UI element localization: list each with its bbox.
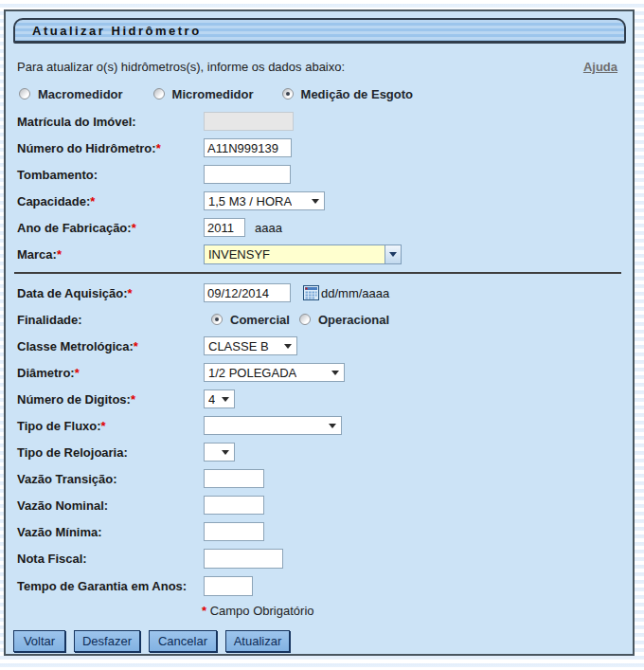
row-numero-hidrometro: Número do Hidrômetro:* xyxy=(6,135,633,161)
voltar-button[interactable]: Voltar xyxy=(13,630,65,652)
capacidade-select[interactable]: 1,5 M3 / HORA xyxy=(204,191,325,210)
required-mark: * xyxy=(132,221,136,235)
vazao-nominal-input[interactable] xyxy=(204,496,264,515)
required-mark: * xyxy=(128,286,133,300)
digitos-selected-value: 4 xyxy=(208,392,215,407)
tombamento-label: Tombamento: xyxy=(17,168,98,182)
row-classe-metrologica: Classe Metrológica:* CLASSE B xyxy=(6,333,633,359)
diametro-select[interactable]: 1/2 POLEGADA xyxy=(204,363,345,382)
row-tipo-relojoaria: Tipo de Relojoaria: xyxy=(6,439,633,465)
required-mark: * xyxy=(156,141,161,155)
page-title: Atualizar Hidrômetro xyxy=(32,24,202,38)
radio-micromedidor-label: Micromedidor xyxy=(172,87,254,101)
required-mark: * xyxy=(131,392,135,407)
chevron-down-icon xyxy=(222,450,229,455)
numero-digitos-select[interactable]: 4 xyxy=(204,389,235,408)
capacidade-selected-value: 1,5 M3 / HORA xyxy=(208,194,292,208)
cancelar-button[interactable]: Cancelar xyxy=(149,630,217,652)
tempo-garantia-input[interactable] xyxy=(204,576,253,596)
finalidade-label: Finalidade: xyxy=(17,313,82,327)
radio-macromedidor[interactable] xyxy=(19,88,30,100)
row-capacidade: Capacidade:* 1,5 M3 / HORA xyxy=(6,188,633,214)
data-format-hint: dd/mm/aaaa xyxy=(321,286,389,300)
tombamento-input[interactable] xyxy=(204,165,291,184)
required-mark: * xyxy=(90,194,95,208)
row-finalidade: Finalidade: Comercial Operacional xyxy=(6,306,633,333)
data-aquisicao-input[interactable] xyxy=(204,283,291,302)
diametro-label: Diâmetro: xyxy=(17,366,75,380)
vazao-minima-input[interactable] xyxy=(204,522,264,541)
radio-micromedidor[interactable] xyxy=(153,88,165,100)
data-aquisicao-label: Data de Aquisição: xyxy=(17,286,128,300)
panel-titlebar: Atualizar Hidrômetro xyxy=(13,18,626,44)
nota-fiscal-label: Nota Fiscal: xyxy=(17,552,87,566)
section-divider xyxy=(14,272,621,274)
finalidade-radio-group: Comercial Operacional xyxy=(204,313,389,327)
action-button-bar: Voltar Desfazer Cancelar Atualizar xyxy=(13,630,619,652)
chevron-down-icon xyxy=(329,424,336,428)
radio-macromedidor-label: Macromedidor xyxy=(38,87,123,101)
required-mark: * xyxy=(75,366,80,380)
row-tempo-garantia: Tempo de Garantia em Anos: xyxy=(6,572,633,600)
row-tombamento: Tombamento: xyxy=(6,161,633,188)
classe-metrologica-label: Classe Metrológica: xyxy=(17,339,134,353)
nota-fiscal-input[interactable] xyxy=(204,549,283,569)
numero-hidrometro-input[interactable] xyxy=(204,138,292,157)
chevron-down-icon xyxy=(389,252,397,257)
matricula-input xyxy=(204,112,294,131)
vazao-nominal-label: Vazão Nominal: xyxy=(17,498,108,513)
tipo-fluxo-label: Tipo de Fluxo: xyxy=(17,419,101,433)
required-mark: * xyxy=(134,339,138,353)
row-marca: Marca:* INVENSYF xyxy=(6,241,633,267)
capacidade-label: Capacidade: xyxy=(17,194,90,208)
help-link[interactable]: Ajuda xyxy=(583,60,617,74)
radio-operacional[interactable] xyxy=(299,314,311,325)
chevron-down-icon xyxy=(284,344,292,349)
tipo-relojoaria-select[interactable] xyxy=(204,443,235,462)
calendar-icon[interactable] xyxy=(303,285,319,300)
atualizar-button[interactable]: Atualizar xyxy=(225,630,290,652)
update-hydrometer-panel: Atualizar Hidrômetro Para atualizar o(s)… xyxy=(4,9,635,656)
radio-medicao-esgoto[interactable] xyxy=(282,88,294,100)
vazao-transicao-input[interactable] xyxy=(204,469,264,488)
row-data-aquisicao: Data de Aquisição:* dd/mm/aaaa xyxy=(6,280,633,306)
ano-fabricacao-label: Ano de Fabricação: xyxy=(17,221,132,235)
row-nota-fiscal: Nota Fiscal: xyxy=(6,545,633,572)
chevron-down-icon xyxy=(312,199,319,204)
instruction-text: Para atualizar o(s) hidrômetros(s), info… xyxy=(17,60,345,74)
chevron-down-icon xyxy=(331,371,339,375)
tempo-garantia-label: Tempo de Garantia em Anos: xyxy=(17,579,187,593)
chevron-down-icon xyxy=(222,397,229,402)
required-note-text: Campo Obrigatório xyxy=(206,604,313,618)
marca-selected-value: INVENSYF xyxy=(205,247,385,262)
required-mark: * xyxy=(57,247,62,262)
ano-format-hint: aaaa xyxy=(255,221,282,235)
classe-selected-value: CLASSE B xyxy=(208,339,269,353)
required-mark: * xyxy=(101,419,106,433)
marca-label: Marca: xyxy=(17,247,57,262)
vazao-transicao-label: Vazão Transição: xyxy=(17,472,117,486)
classe-metrologica-select[interactable]: CLASSE B xyxy=(204,336,297,355)
meter-type-radio-group: Macromedidor Micromedidor Medição de Esg… xyxy=(19,85,633,102)
numero-digitos-label: Número de Digitos: xyxy=(17,392,131,407)
diametro-selected-value: 1/2 POLEGADA xyxy=(208,366,296,380)
tipo-fluxo-select[interactable] xyxy=(204,416,342,435)
radio-operacional-label: Operacional xyxy=(318,313,389,327)
radio-comercial[interactable] xyxy=(211,314,223,325)
row-vazao-minima: Vazão Mínima: xyxy=(6,518,633,545)
row-vazao-transicao: Vazão Transição: xyxy=(6,465,633,492)
row-vazao-nominal: Vazão Nominal: xyxy=(6,492,633,518)
row-numero-digitos: Número de Digitos:* 4 xyxy=(6,386,633,412)
ano-fabricacao-input[interactable] xyxy=(204,218,245,237)
row-matricula: Matrícula do Imóvel: xyxy=(6,108,633,135)
desfazer-button[interactable]: Desfazer xyxy=(74,630,140,652)
marca-dropdown-button[interactable] xyxy=(385,245,401,263)
matricula-label: Matrícula do Imóvel: xyxy=(17,115,136,129)
row-ano-fabricacao: Ano de Fabricação:* aaaa xyxy=(6,214,633,241)
marca-combobox[interactable]: INVENSYF xyxy=(204,244,402,264)
vazao-minima-label: Vazão Mínima: xyxy=(17,525,102,539)
row-diametro: Diâmetro:* 1/2 POLEGADA xyxy=(6,359,633,386)
tipo-relojoaria-label: Tipo de Relojoaria: xyxy=(17,445,128,460)
numero-hidrometro-label: Número do Hidrômetro: xyxy=(17,141,156,155)
radio-comercial-label: Comercial xyxy=(230,313,290,327)
